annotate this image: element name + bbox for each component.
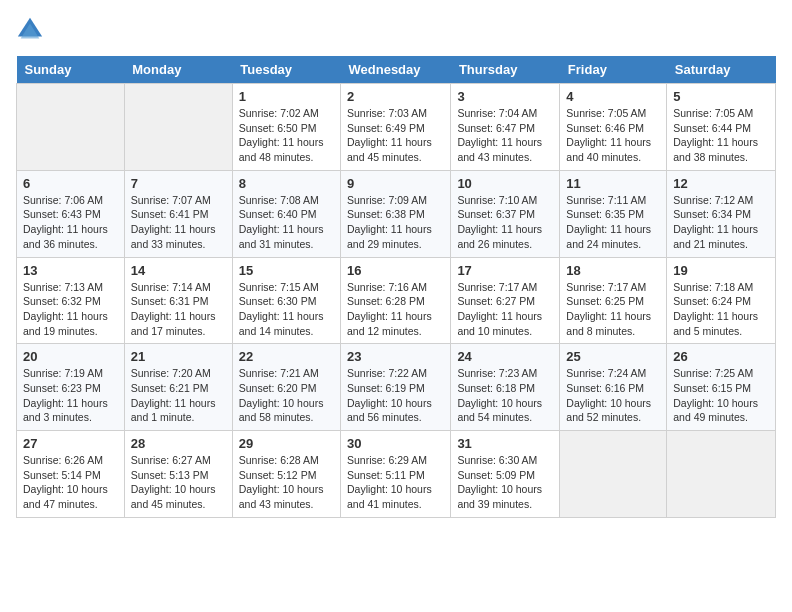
day-info: Sunrise: 7:11 AMSunset: 6:35 PMDaylight:… bbox=[566, 193, 660, 252]
day-number: 27 bbox=[23, 436, 118, 451]
day-info: Sunrise: 7:16 AMSunset: 6:28 PMDaylight:… bbox=[347, 280, 444, 339]
day-number: 12 bbox=[673, 176, 769, 191]
day-info: Sunrise: 7:20 AMSunset: 6:21 PMDaylight:… bbox=[131, 366, 226, 425]
day-number: 30 bbox=[347, 436, 444, 451]
day-number: 16 bbox=[347, 263, 444, 278]
day-info: Sunrise: 6:29 AMSunset: 5:11 PMDaylight:… bbox=[347, 453, 444, 512]
calendar-cell: 20Sunrise: 7:19 AMSunset: 6:23 PMDayligh… bbox=[17, 344, 125, 431]
calendar-cell: 18Sunrise: 7:17 AMSunset: 6:25 PMDayligh… bbox=[560, 257, 667, 344]
day-number: 14 bbox=[131, 263, 226, 278]
calendar-cell: 22Sunrise: 7:21 AMSunset: 6:20 PMDayligh… bbox=[232, 344, 340, 431]
day-number: 11 bbox=[566, 176, 660, 191]
day-info: Sunrise: 7:17 AMSunset: 6:25 PMDaylight:… bbox=[566, 280, 660, 339]
logo-icon bbox=[16, 16, 44, 44]
day-info: Sunrise: 7:19 AMSunset: 6:23 PMDaylight:… bbox=[23, 366, 118, 425]
day-number: 17 bbox=[457, 263, 553, 278]
calendar-cell: 27Sunrise: 6:26 AMSunset: 5:14 PMDayligh… bbox=[17, 431, 125, 518]
day-number: 1 bbox=[239, 89, 334, 104]
day-info: Sunrise: 7:17 AMSunset: 6:27 PMDaylight:… bbox=[457, 280, 553, 339]
calendar-cell: 15Sunrise: 7:15 AMSunset: 6:30 PMDayligh… bbox=[232, 257, 340, 344]
day-number: 21 bbox=[131, 349, 226, 364]
day-number: 22 bbox=[239, 349, 334, 364]
day-info: Sunrise: 7:05 AMSunset: 6:44 PMDaylight:… bbox=[673, 106, 769, 165]
header-tuesday: Tuesday bbox=[232, 56, 340, 84]
calendar-cell: 19Sunrise: 7:18 AMSunset: 6:24 PMDayligh… bbox=[667, 257, 776, 344]
day-info: Sunrise: 7:25 AMSunset: 6:15 PMDaylight:… bbox=[673, 366, 769, 425]
day-info: Sunrise: 6:30 AMSunset: 5:09 PMDaylight:… bbox=[457, 453, 553, 512]
week-row-4: 20Sunrise: 7:19 AMSunset: 6:23 PMDayligh… bbox=[17, 344, 776, 431]
calendar-cell bbox=[17, 84, 125, 171]
calendar-cell: 11Sunrise: 7:11 AMSunset: 6:35 PMDayligh… bbox=[560, 170, 667, 257]
calendar-cell: 3Sunrise: 7:04 AMSunset: 6:47 PMDaylight… bbox=[451, 84, 560, 171]
calendar-cell: 4Sunrise: 7:05 AMSunset: 6:46 PMDaylight… bbox=[560, 84, 667, 171]
calendar-cell bbox=[124, 84, 232, 171]
calendar-cell: 16Sunrise: 7:16 AMSunset: 6:28 PMDayligh… bbox=[341, 257, 451, 344]
page-header bbox=[16, 16, 776, 44]
header-friday: Friday bbox=[560, 56, 667, 84]
calendar-cell: 28Sunrise: 6:27 AMSunset: 5:13 PMDayligh… bbox=[124, 431, 232, 518]
week-row-3: 13Sunrise: 7:13 AMSunset: 6:32 PMDayligh… bbox=[17, 257, 776, 344]
day-number: 20 bbox=[23, 349, 118, 364]
logo bbox=[16, 16, 48, 44]
day-info: Sunrise: 7:23 AMSunset: 6:18 PMDaylight:… bbox=[457, 366, 553, 425]
calendar-cell: 24Sunrise: 7:23 AMSunset: 6:18 PMDayligh… bbox=[451, 344, 560, 431]
day-info: Sunrise: 7:24 AMSunset: 6:16 PMDaylight:… bbox=[566, 366, 660, 425]
day-info: Sunrise: 6:28 AMSunset: 5:12 PMDaylight:… bbox=[239, 453, 334, 512]
day-info: Sunrise: 6:26 AMSunset: 5:14 PMDaylight:… bbox=[23, 453, 118, 512]
calendar-cell: 13Sunrise: 7:13 AMSunset: 6:32 PMDayligh… bbox=[17, 257, 125, 344]
day-info: Sunrise: 7:09 AMSunset: 6:38 PMDaylight:… bbox=[347, 193, 444, 252]
week-row-5: 27Sunrise: 6:26 AMSunset: 5:14 PMDayligh… bbox=[17, 431, 776, 518]
calendar-cell: 6Sunrise: 7:06 AMSunset: 6:43 PMDaylight… bbox=[17, 170, 125, 257]
calendar-cell: 14Sunrise: 7:14 AMSunset: 6:31 PMDayligh… bbox=[124, 257, 232, 344]
day-number: 4 bbox=[566, 89, 660, 104]
calendar-cell: 31Sunrise: 6:30 AMSunset: 5:09 PMDayligh… bbox=[451, 431, 560, 518]
week-row-2: 6Sunrise: 7:06 AMSunset: 6:43 PMDaylight… bbox=[17, 170, 776, 257]
calendar-cell: 21Sunrise: 7:20 AMSunset: 6:21 PMDayligh… bbox=[124, 344, 232, 431]
calendar-cell bbox=[667, 431, 776, 518]
calendar-cell: 8Sunrise: 7:08 AMSunset: 6:40 PMDaylight… bbox=[232, 170, 340, 257]
calendar-cell: 10Sunrise: 7:10 AMSunset: 6:37 PMDayligh… bbox=[451, 170, 560, 257]
calendar-cell: 5Sunrise: 7:05 AMSunset: 6:44 PMDaylight… bbox=[667, 84, 776, 171]
day-number: 26 bbox=[673, 349, 769, 364]
day-number: 19 bbox=[673, 263, 769, 278]
day-number: 2 bbox=[347, 89, 444, 104]
day-number: 7 bbox=[131, 176, 226, 191]
day-number: 25 bbox=[566, 349, 660, 364]
header-thursday: Thursday bbox=[451, 56, 560, 84]
day-number: 6 bbox=[23, 176, 118, 191]
header-wednesday: Wednesday bbox=[341, 56, 451, 84]
day-number: 29 bbox=[239, 436, 334, 451]
calendar-cell: 25Sunrise: 7:24 AMSunset: 6:16 PMDayligh… bbox=[560, 344, 667, 431]
header-saturday: Saturday bbox=[667, 56, 776, 84]
calendar-cell: 23Sunrise: 7:22 AMSunset: 6:19 PMDayligh… bbox=[341, 344, 451, 431]
day-number: 18 bbox=[566, 263, 660, 278]
day-info: Sunrise: 7:02 AMSunset: 6:50 PMDaylight:… bbox=[239, 106, 334, 165]
calendar-cell bbox=[560, 431, 667, 518]
day-info: Sunrise: 6:27 AMSunset: 5:13 PMDaylight:… bbox=[131, 453, 226, 512]
day-info: Sunrise: 7:22 AMSunset: 6:19 PMDaylight:… bbox=[347, 366, 444, 425]
calendar-cell: 26Sunrise: 7:25 AMSunset: 6:15 PMDayligh… bbox=[667, 344, 776, 431]
day-number: 15 bbox=[239, 263, 334, 278]
day-number: 9 bbox=[347, 176, 444, 191]
day-info: Sunrise: 7:12 AMSunset: 6:34 PMDaylight:… bbox=[673, 193, 769, 252]
day-info: Sunrise: 7:04 AMSunset: 6:47 PMDaylight:… bbox=[457, 106, 553, 165]
day-info: Sunrise: 7:03 AMSunset: 6:49 PMDaylight:… bbox=[347, 106, 444, 165]
day-number: 31 bbox=[457, 436, 553, 451]
day-info: Sunrise: 7:14 AMSunset: 6:31 PMDaylight:… bbox=[131, 280, 226, 339]
day-info: Sunrise: 7:08 AMSunset: 6:40 PMDaylight:… bbox=[239, 193, 334, 252]
calendar-cell: 17Sunrise: 7:17 AMSunset: 6:27 PMDayligh… bbox=[451, 257, 560, 344]
day-number: 10 bbox=[457, 176, 553, 191]
day-number: 24 bbox=[457, 349, 553, 364]
calendar-cell: 30Sunrise: 6:29 AMSunset: 5:11 PMDayligh… bbox=[341, 431, 451, 518]
day-number: 23 bbox=[347, 349, 444, 364]
day-info: Sunrise: 7:18 AMSunset: 6:24 PMDaylight:… bbox=[673, 280, 769, 339]
calendar-table: SundayMondayTuesdayWednesdayThursdayFrid… bbox=[16, 56, 776, 518]
calendar-cell: 29Sunrise: 6:28 AMSunset: 5:12 PMDayligh… bbox=[232, 431, 340, 518]
calendar-cell: 1Sunrise: 7:02 AMSunset: 6:50 PMDaylight… bbox=[232, 84, 340, 171]
day-info: Sunrise: 7:13 AMSunset: 6:32 PMDaylight:… bbox=[23, 280, 118, 339]
day-info: Sunrise: 7:21 AMSunset: 6:20 PMDaylight:… bbox=[239, 366, 334, 425]
day-number: 28 bbox=[131, 436, 226, 451]
calendar-cell: 2Sunrise: 7:03 AMSunset: 6:49 PMDaylight… bbox=[341, 84, 451, 171]
header-monday: Monday bbox=[124, 56, 232, 84]
calendar-cell: 7Sunrise: 7:07 AMSunset: 6:41 PMDaylight… bbox=[124, 170, 232, 257]
